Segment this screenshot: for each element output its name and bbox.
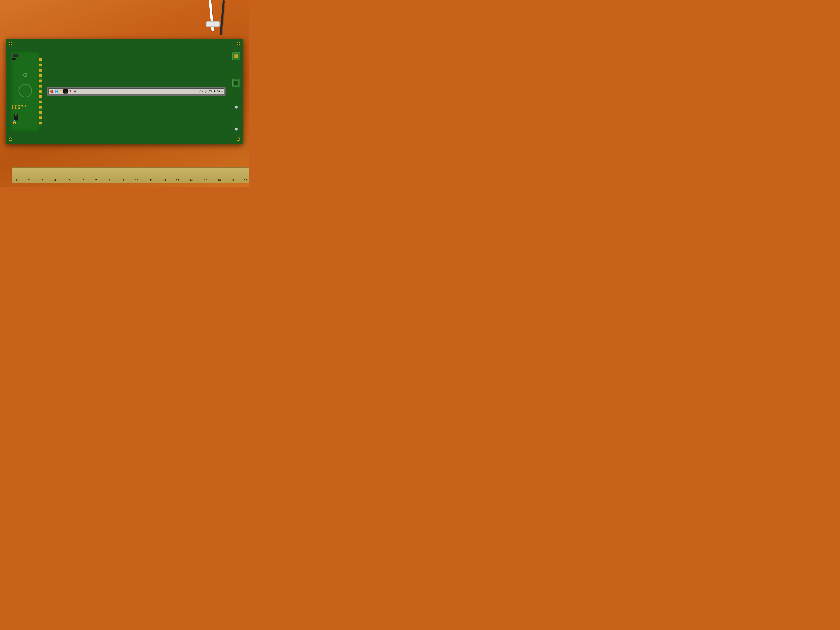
ruler-mark-1: 1 xyxy=(16,179,17,182)
main-pcb-board: ⚙ 🔒 xyxy=(6,39,243,144)
lock-component: 🔒 xyxy=(12,120,17,125)
chip-1 xyxy=(234,54,238,58)
clock: 14:36 xyxy=(214,90,220,93)
ruler-mark-15: 15 xyxy=(204,179,207,182)
ruler-mark-12: 12 xyxy=(163,179,166,182)
ruler-mark-10: 10 xyxy=(135,179,138,182)
ruler-mark-14: 14 xyxy=(189,179,193,182)
wolf-icon[interactable]: 🐺 xyxy=(73,89,77,93)
component-group-2 xyxy=(232,79,240,87)
taskbar: 🍓 🌐 📁 $_ ✳ 🐺 ⬡ ✕ 🔊 0% 14:36 ⏏ xyxy=(49,88,224,94)
ic-chip-1 xyxy=(13,54,19,57)
usb-connector-white xyxy=(206,21,220,27)
black-cable xyxy=(220,0,225,35)
ruler-mark-7: 7 xyxy=(95,179,97,182)
ruler-mark-16: 16 xyxy=(218,179,221,182)
taskbar-left: 🍓 🌐 📁 $_ ✳ 🐺 xyxy=(49,89,199,93)
rpi-circle-logo xyxy=(19,84,32,98)
rpi-logo-icon: ⚙ xyxy=(23,72,28,79)
mounting-hole-tl xyxy=(9,42,12,45)
capacitor-top xyxy=(15,114,17,116)
battery-indicator: 0% xyxy=(208,90,213,93)
lcd-screen: 🍓 🌐 📁 $_ ✳ 🐺 ⬡ ✕ 🔊 0% 14:36 ⏏ xyxy=(48,88,224,95)
network-disconnected-icon: ✕ xyxy=(202,90,204,92)
raspberry-pi-zero: ⚙ 🔒 xyxy=(10,51,41,132)
ic-chip-2 xyxy=(12,58,16,60)
ruler-mark-3: 3 xyxy=(42,179,43,182)
capacitor xyxy=(14,114,18,120)
lcd-container: 🍓 🌐 📁 $_ ✳ 🐺 ⬡ ✕ 🔊 0% 14:36 ⏏ xyxy=(47,87,226,96)
chip-2 xyxy=(234,81,238,85)
ruler-mark-6: 6 xyxy=(83,179,84,182)
screw-right-1 xyxy=(235,106,238,109)
ruler: 1 2 3 4 5 6 7 8 9 10 11 12 13 14 15 16 1… xyxy=(12,167,249,183)
ruler-mark-17: 17 xyxy=(231,179,235,182)
usb-cables-area xyxy=(161,0,229,39)
ruler-mark-18: 18 xyxy=(244,179,247,182)
board-right-components xyxy=(229,39,243,144)
mounting-hole-bl xyxy=(9,137,12,141)
ruler-mark-5: 5 xyxy=(69,179,71,182)
terminal-icon[interactable]: $_ xyxy=(63,89,68,93)
component-group-1 xyxy=(232,52,240,60)
bluetooth-icon: ⬡ xyxy=(199,90,201,93)
ruler-markings-container: 1 2 3 4 5 6 7 8 9 10 11 12 13 14 15 16 1… xyxy=(12,168,249,183)
ruler-mark-11: 11 xyxy=(150,179,153,182)
ruler-mark-8: 8 xyxy=(109,179,111,182)
test-pads xyxy=(12,105,27,109)
taskbar-right: ⬡ ✕ 🔊 0% 14:36 ⏏ xyxy=(199,90,223,93)
ruler-mark-4: 4 xyxy=(54,179,56,182)
volume-icon: 🔊 xyxy=(204,90,207,93)
screw-right-2 xyxy=(235,128,238,131)
asterisk-icon[interactable]: ✳ xyxy=(68,89,72,93)
folder-icon[interactable]: 📁 xyxy=(59,89,63,93)
ruler-mark-9: 9 xyxy=(123,179,124,182)
eject-icon: ⏏ xyxy=(221,90,223,93)
ruler-mark-13: 13 xyxy=(176,179,179,182)
ruler-mark-2: 2 xyxy=(28,179,30,182)
raspberry-menu-icon[interactable]: 🍓 xyxy=(49,89,54,93)
globe-icon[interactable]: 🌐 xyxy=(54,89,58,93)
gpio-pins xyxy=(39,58,43,125)
